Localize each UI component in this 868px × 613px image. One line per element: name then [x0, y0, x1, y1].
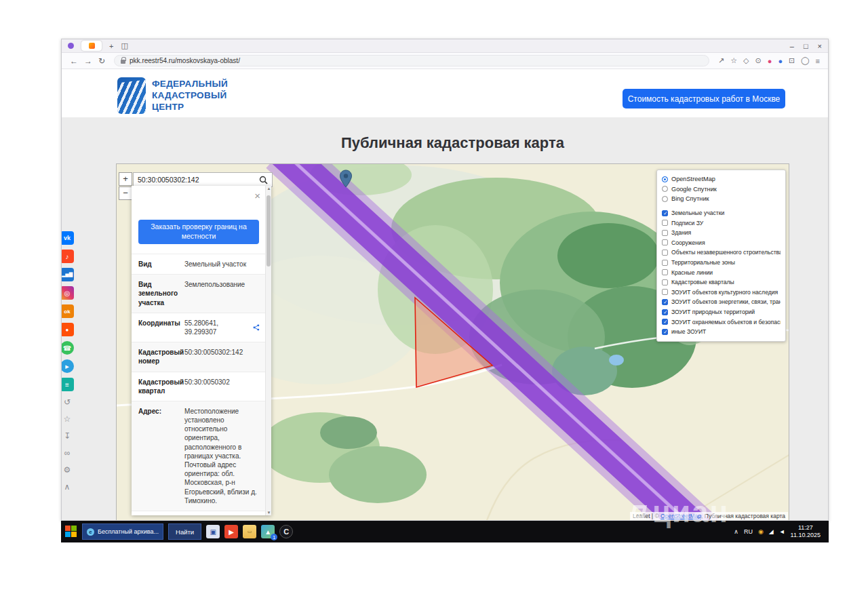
taskbar-find-button[interactable]: Найти: [168, 523, 201, 540]
site-logo-text[interactable]: ФЕДЕРАЛЬНЫЙ КАДАСТРОВЫЙ ЦЕНТР: [152, 78, 228, 113]
panel-close-button[interactable]: ×: [254, 190, 260, 201]
defender-icon[interactable]: ◉: [758, 528, 764, 535]
field-value: Местоположение установлено относительно …: [184, 407, 260, 505]
forward-button[interactable]: →: [84, 56, 92, 66]
layer-option[interactable]: ЗОУИТ охраняемых объектов и безопасности: [662, 317, 781, 327]
extensions-icon[interactable]: ⊡: [789, 56, 795, 65]
tab-overview-icon[interactable]: ◫: [121, 41, 127, 50]
layer-option[interactable]: Объекты незавершенного строительства: [662, 248, 781, 258]
url-field[interactable]: pkk.reestr54.ru/moskovskaya-oblast/: [114, 55, 709, 66]
share-icon[interactable]: ↗: [718, 56, 724, 65]
notification-badge: 1: [271, 534, 277, 540]
basemap-option-osm[interactable]: OpenStreetMap: [662, 174, 781, 184]
osm-link[interactable]: OpenStreetMap: [660, 513, 701, 519]
start-button[interactable]: [65, 526, 77, 538]
basemap-option-bing[interactable]: Bing Спутник: [662, 194, 781, 204]
logo-line: КАДАСТРОВЫЙ: [152, 90, 228, 101]
layer-option[interactable]: Подписи ЗУ: [662, 218, 781, 228]
yandex-music-icon[interactable]: ♪: [61, 250, 74, 263]
profile-icon[interactable]: ◯: [801, 56, 809, 65]
layer-label: ЗОУИТ объектов культурного наследия: [671, 289, 778, 296]
field-row: Вид Земельный участок: [132, 254, 265, 274]
language-indicator[interactable]: RU: [744, 528, 753, 535]
layer-option[interactable]: Территориальные зоны: [662, 258, 781, 268]
parcel-fields: Вид Земельный участок Вид земельного уча…: [132, 254, 265, 515]
history-icon[interactable]: ↺: [61, 396, 74, 408]
scrollbar-thumb[interactable]: [267, 195, 271, 266]
app-dot-icon[interactable]: [68, 43, 74, 49]
layer-option[interactable]: ЗОУИТ объектов культурного наследия: [662, 288, 781, 298]
scroll-down-icon[interactable]: ▼: [266, 511, 271, 515]
window-maximize-button[interactable]: □: [804, 42, 808, 50]
menu-icon[interactable]: ≡: [816, 57, 820, 65]
search-icon[interactable]: [259, 176, 268, 184]
social-share-rail: vk ♪ ▂▅▇ ◎ ok ● ☎ ▸ ≡ ↺ ☆ ↧ ∞ ⚙ ∧: [61, 231, 74, 493]
dzen-icon[interactable]: ●: [61, 323, 74, 336]
whatsapp-icon[interactable]: ☎: [61, 341, 74, 355]
network-icon[interactable]: ◢: [769, 528, 774, 535]
layer-option[interactable]: ЗОУИТ природных территорий: [662, 307, 781, 317]
map-attribution: Leaflet | © OpenStreetMap, Публичная кад…: [630, 512, 788, 520]
shield-icon[interactable]: ◇: [743, 56, 749, 65]
radio-icon: [662, 186, 668, 192]
vk-icon[interactable]: vk: [61, 231, 74, 245]
c-browser-app-icon[interactable]: C: [279, 525, 293, 538]
basemap-label: OpenStreetMap: [671, 176, 715, 182]
panel-scrollbar[interactable]: ▲ ▼: [265, 186, 271, 515]
reload-button[interactable]: ↻: [98, 56, 105, 66]
tray-chevron-icon[interactable]: ∧: [734, 528, 738, 535]
basemap-option-google[interactable]: Google Спутник: [662, 184, 781, 195]
volume-icon[interactable]: ◄: [779, 528, 785, 535]
taskbar-app-archive[interactable]: е Бесплатный архива...: [82, 523, 163, 540]
attribution-separator: | ©: [650, 513, 661, 519]
layer-option[interactable]: Земельные участки: [662, 208, 781, 218]
favorite-icon[interactable]: ☆: [61, 413, 74, 425]
browser-e-icon: е: [87, 528, 94, 536]
share-coordinates-icon[interactable]: [253, 324, 260, 331]
download-icon[interactable]: ↧: [61, 430, 74, 442]
layer-option[interactable]: Здания: [662, 228, 781, 238]
notification-icon[interactable]: ●: [768, 57, 772, 65]
layer-option[interactable]: Сооружения: [662, 238, 781, 248]
taskbar: е Бесплатный архива... Найти ▣ ▶ ▭ ▲ 1 C…: [61, 521, 829, 542]
cadastral-search-input[interactable]: 50:30:0050302:142: [133, 172, 273, 187]
map-canvas[interactable]: + − 50:30:0050302:142 × Заказать проверк…: [116, 163, 789, 521]
back-button[interactable]: ←: [70, 56, 78, 66]
new-tab-button[interactable]: +: [109, 42, 113, 50]
layer-option[interactable]: Красные линии: [662, 267, 781, 277]
floppy-app-icon[interactable]: ▣: [206, 525, 220, 538]
folder-app-icon[interactable]: ▭: [243, 525, 256, 538]
copy-link-icon[interactable]: ∞: [61, 447, 74, 459]
address-bar: ← → ↻ pkk.reestr54.ru/moskovskaya-oblast…: [62, 53, 828, 69]
window-close-button[interactable]: ×: [818, 42, 822, 50]
zoom-in-button[interactable]: +: [119, 172, 132, 186]
list-icon[interactable]: ≡: [61, 378, 74, 391]
instagram-icon[interactable]: ◎: [61, 286, 74, 300]
stats-icon[interactable]: ▂▅▇: [61, 268, 74, 281]
scroll-up-icon[interactable]: ▲: [266, 186, 271, 191]
zoom-out-button[interactable]: −: [119, 186, 132, 200]
window-minimize-button[interactable]: –: [790, 42, 794, 50]
settings-gear-icon[interactable]: ⚙: [61, 464, 74, 476]
key-icon[interactable]: ⊙: [755, 56, 762, 65]
media-player-app-icon[interactable]: ▶: [224, 525, 238, 538]
cost-cta-button[interactable]: Стоимость кадастровых работ в Москве: [623, 89, 785, 108]
layer-option[interactable]: иные ЗОУИТ: [662, 327, 781, 337]
layer-option[interactable]: ЗОУИТ объектов энергетики, связи, трансп…: [662, 297, 781, 307]
photos-app-icon[interactable]: ▲ 1: [261, 525, 275, 538]
collapse-icon[interactable]: ∧: [61, 481, 74, 493]
field-value: 50:30:0050302: [184, 378, 260, 395]
sync-icon[interactable]: ●: [778, 57, 783, 65]
site-logo-icon[interactable]: [117, 77, 146, 114]
order-boundary-check-button[interactable]: Заказать проверку границ на местности: [138, 220, 259, 244]
odnoklassniki-icon[interactable]: ok: [61, 304, 74, 318]
browser-tab[interactable]: [81, 41, 102, 51]
bookmark-star-icon[interactable]: ☆: [730, 56, 737, 65]
map-pin-marker[interactable]: [339, 170, 353, 189]
clock[interactable]: 11:27 11.10.2025: [791, 524, 825, 540]
layer-label: иные ЗОУИТ: [671, 328, 706, 335]
telegram-icon[interactable]: ▸: [61, 359, 74, 373]
layer-option[interactable]: Кадастровые кварталы: [662, 277, 781, 288]
search-value: 50:30:0050302:142: [138, 176, 259, 184]
field-value: Землепользование: [184, 280, 260, 307]
